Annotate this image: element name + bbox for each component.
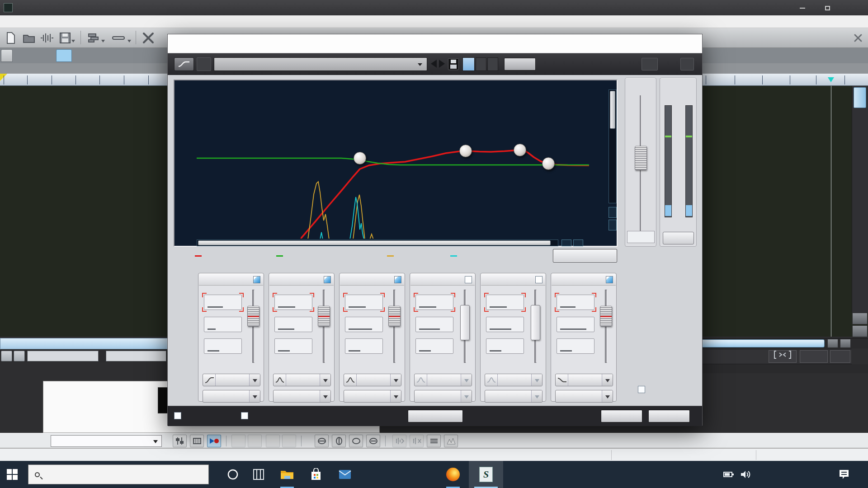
- firefox-icon[interactable]: [441, 461, 465, 488]
- graph-zoom-out-vertical[interactable]: [609, 220, 617, 230]
- eq-point-1[interactable]: [354, 152, 366, 164]
- graph-vertical-scrollbar[interactable]: [609, 89, 617, 203]
- preset-prev-icon[interactable]: [431, 60, 437, 68]
- graph-horizontal-scrollbar[interactable]: [197, 239, 558, 246]
- preset-select[interactable]: [214, 57, 427, 71]
- band-slider-handle[interactable]: [531, 305, 540, 340]
- cortana-icon[interactable]: [221, 461, 245, 488]
- scale-options-button[interactable]: [553, 249, 617, 263]
- vertical-scroll-thumb[interactable]: [854, 87, 866, 108]
- fit-view-icon[interactable]: [769, 350, 797, 363]
- play-cursor-marker[interactable]: [828, 77, 834, 82]
- band-filter-type-select[interactable]: [555, 374, 613, 386]
- graph-zoom-in[interactable]: [561, 239, 571, 246]
- minimize-button[interactable]: [796, 4, 809, 13]
- preview-play-button[interactable]: [642, 58, 658, 70]
- chevron-down-icon[interactable]: [320, 390, 330, 402]
- band-slope-select[interactable]: [485, 390, 542, 403]
- band-slope-select[interactable]: [273, 390, 331, 403]
- band-slider-handle[interactable]: [460, 305, 470, 340]
- task-view-icon[interactable]: [246, 461, 271, 488]
- line-tool-icon[interactable]: [110, 30, 127, 46]
- cut-icon[interactable]: [140, 30, 156, 46]
- band-filter-type-select[interactable]: [485, 374, 542, 386]
- preset-save-icon[interactable]: [448, 58, 459, 70]
- zoom-horizontal-icon[interactable]: [800, 350, 828, 363]
- band-gain-field[interactable]: [274, 295, 312, 310]
- bypass-checkbox[interactable]: [638, 386, 649, 393]
- cancel-button[interactable]: [648, 410, 690, 422]
- eq-point-6[interactable]: [542, 157, 555, 170]
- channel-right-button[interactable]: [14, 351, 25, 361]
- chevron-down-icon[interactable]: [390, 390, 401, 402]
- channel-left-button[interactable]: [1, 351, 12, 361]
- chevron-down-icon[interactable]: [602, 374, 613, 386]
- timecode-icon[interactable]: [190, 435, 204, 447]
- chevron-down-icon[interactable]: [531, 374, 542, 386]
- wave-draw-icon[interactable]: [392, 435, 406, 447]
- save-dropdown-icon[interactable]: [71, 40, 75, 44]
- toolbar-close-icon[interactable]: [850, 30, 866, 46]
- graph-zoom-in-vertical[interactable]: [609, 207, 617, 218]
- battery-icon[interactable]: [723, 461, 732, 488]
- band-freq-field[interactable]: [345, 317, 383, 332]
- band-slider-handle[interactable]: [600, 306, 612, 327]
- band-q-field[interactable]: [204, 338, 242, 354]
- store-icon[interactable]: [304, 461, 328, 488]
- zoom-in-button[interactable]: [827, 339, 838, 348]
- close-button[interactable]: [845, 4, 859, 13]
- band-slope-select[interactable]: [203, 390, 260, 403]
- save-icon[interactable]: [57, 30, 73, 46]
- spectral-view-icon[interactable]: [444, 435, 458, 447]
- band-enable-checkbox[interactable]: [535, 276, 542, 283]
- crossfade-checkbox[interactable]: [241, 412, 248, 419]
- chevron-down-icon[interactable]: [390, 374, 401, 386]
- setup-a-button[interactable]: [462, 57, 475, 71]
- marker-out-icon[interactable]: [282, 435, 296, 447]
- band-q-field[interactable]: [345, 338, 383, 354]
- vertical-scrollbar[interactable]: [852, 86, 868, 313]
- band-slope-select[interactable]: [344, 390, 401, 403]
- reset-button[interactable]: [504, 58, 536, 70]
- zoom-in-vertical-button[interactable]: [852, 313, 868, 324]
- band-gain-field[interactable]: [486, 295, 524, 310]
- graph-zoom-out[interactable]: [573, 239, 583, 246]
- search-input[interactable]: [28, 465, 209, 484]
- band-gain-field[interactable]: [415, 295, 453, 310]
- chevron-down-icon[interactable]: [249, 390, 260, 402]
- skip-forward-icon[interactable]: [248, 435, 262, 447]
- wave-cut-icon[interactable]: [410, 435, 424, 447]
- track-list-icon[interactable]: [427, 435, 441, 447]
- range-punch-icon[interactable]: [332, 435, 346, 447]
- band-freq-field[interactable]: [274, 317, 312, 332]
- eq-point-3[interactable]: [514, 144, 526, 156]
- options-button[interactable]: [408, 410, 463, 422]
- ok-button[interactable]: [601, 410, 642, 422]
- setup-b-button[interactable]: [487, 57, 498, 71]
- tab-320k-mp3[interactable]: [56, 49, 72, 62]
- length-field[interactable]: [106, 351, 166, 361]
- maximize-button[interactable]: [821, 4, 834, 13]
- zoom-out-button[interactable]: [840, 339, 851, 348]
- band-slope-select[interactable]: [414, 390, 472, 403]
- band-freq-field[interactable]: [486, 317, 524, 332]
- line-dropdown-icon[interactable]: [127, 40, 131, 44]
- mixer-icon[interactable]: [173, 435, 187, 447]
- play-record-icon[interactable]: [207, 435, 221, 447]
- chevron-down-icon[interactable]: [249, 374, 260, 386]
- skip-back-icon[interactable]: [231, 435, 245, 447]
- dialog-titlebar[interactable]: [168, 34, 702, 53]
- band-slider-handle[interactable]: [388, 306, 401, 327]
- mail-icon[interactable]: [333, 461, 357, 488]
- band-q-field[interactable]: [486, 338, 524, 354]
- zoom-out-vertical-button[interactable]: [852, 325, 868, 337]
- band-filter-type-select[interactable]: [344, 374, 401, 386]
- create-copy-checkbox[interactable]: [174, 412, 181, 419]
- band-freq-field[interactable]: [204, 317, 242, 332]
- band-q-field[interactable]: [415, 338, 453, 354]
- copy-a-to-b-button[interactable]: [476, 57, 486, 71]
- band-gain-field[interactable]: [345, 295, 383, 310]
- band-gain-field[interactable]: [557, 295, 594, 310]
- chevron-down-icon[interactable]: [461, 374, 472, 386]
- preset-next-icon[interactable]: [439, 60, 445, 68]
